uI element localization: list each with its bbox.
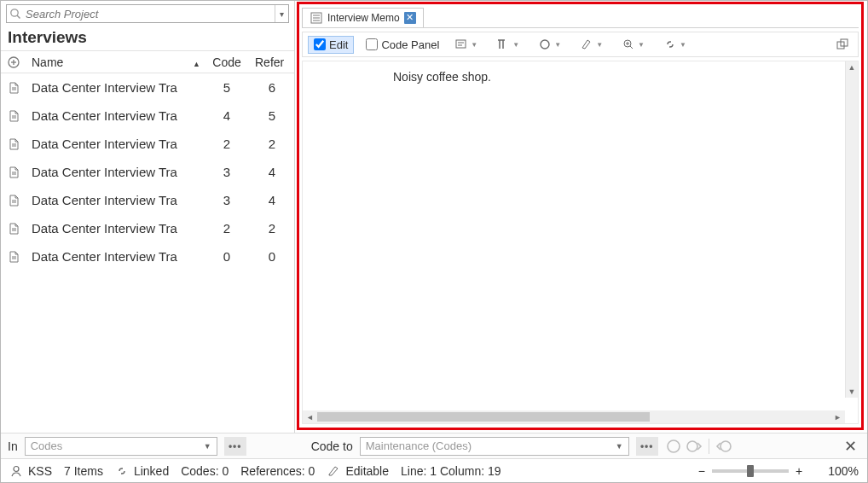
in-label: In bbox=[8, 439, 18, 453]
scroll-up-icon[interactable]: ▲ bbox=[848, 61, 856, 73]
scroll-right-icon[interactable]: ► bbox=[830, 413, 845, 422]
search-project-input[interactable]: ▾ bbox=[6, 4, 289, 23]
right-panel: Interview Memo ✕ Edit Code Panel ▼ ▼ ▼ ▼… bbox=[295, 1, 867, 433]
row-refer: 2 bbox=[250, 137, 294, 151]
paragraph-icon bbox=[496, 38, 510, 51]
table-row[interactable]: Data Center Interview Tra00 bbox=[1, 242, 294, 271]
uncode-icon[interactable] bbox=[714, 438, 732, 455]
codepanel-toggle[interactable]: Code Panel bbox=[366, 38, 439, 51]
left-panel: ▾ Interviews Name▲ Code Refer Data Cente… bbox=[1, 1, 295, 433]
zoom-slider[interactable] bbox=[712, 469, 789, 473]
codeto-select[interactable]: Maintenance (Codes)▼ bbox=[360, 437, 629, 456]
close-tab-icon[interactable]: ✕ bbox=[404, 12, 416, 24]
document-icon bbox=[1, 81, 26, 95]
rows-area: Data Center Interview Tra56Data Center I… bbox=[1, 73, 294, 433]
codes-count: Codes: 0 bbox=[181, 464, 229, 478]
refs-count: References: 0 bbox=[240, 464, 315, 478]
table-row[interactable]: Data Center Interview Tra45 bbox=[1, 102, 294, 130]
zoom-control[interactable]: − + 100% bbox=[698, 464, 859, 478]
document-icon bbox=[1, 250, 26, 264]
editor: Noisy coffee shop. ▲▼ ◄► bbox=[302, 61, 859, 424]
codepanel-checkbox[interactable] bbox=[366, 38, 378, 50]
editor-text: Noisy coffee shop. bbox=[393, 70, 491, 84]
close-bar-icon[interactable]: ✕ bbox=[841, 437, 860, 456]
in-more-button[interactable]: ••• bbox=[224, 437, 246, 456]
editable-indicator: Editable bbox=[327, 464, 389, 478]
coding-mode-icons[interactable] bbox=[665, 438, 732, 455]
scroll-down-icon[interactable]: ▼ bbox=[848, 386, 856, 398]
edit-toggle[interactable]: Edit bbox=[308, 36, 354, 54]
edit-checkbox[interactable] bbox=[314, 38, 326, 50]
add-item-icon[interactable] bbox=[1, 55, 26, 69]
search-dropdown-icon[interactable]: ▾ bbox=[275, 5, 288, 22]
zoom-icon bbox=[622, 38, 635, 51]
document-toolbar: Edit Code Panel ▼ ▼ ▼ ▼ ▼ ▼ bbox=[302, 32, 859, 57]
column-refer[interactable]: Refer bbox=[250, 55, 294, 69]
table-row[interactable]: Data Center Interview Tra22 bbox=[1, 214, 294, 242]
svg-point-39 bbox=[14, 466, 19, 471]
table-row[interactable]: Data Center Interview Tra22 bbox=[1, 130, 294, 158]
zoom-out-icon[interactable]: − bbox=[698, 464, 705, 478]
detach-icon bbox=[836, 38, 849, 51]
user-indicator: KSS bbox=[9, 464, 52, 478]
horizontal-scrollbar[interactable]: ◄► bbox=[303, 410, 845, 423]
annotations-menu[interactable]: ▼ bbox=[451, 35, 481, 54]
row-name: Data Center Interview Tra bbox=[26, 108, 204, 123]
link-icon bbox=[115, 464, 129, 478]
linked-indicator: Linked bbox=[115, 464, 169, 478]
svg-line-1 bbox=[17, 15, 20, 19]
chevron-down-icon: ▼ bbox=[199, 442, 211, 451]
document-icon bbox=[1, 137, 26, 151]
cursor-position: Line: 1 Column: 19 bbox=[401, 464, 501, 478]
svg-point-29 bbox=[541, 40, 549, 49]
tab-interview-memo[interactable]: Interview Memo ✕ bbox=[302, 8, 424, 27]
row-code: 2 bbox=[204, 221, 250, 236]
table-row[interactable]: Data Center Interview Tra34 bbox=[1, 186, 294, 214]
column-code[interactable]: Code bbox=[204, 55, 250, 69]
link-icon bbox=[663, 38, 677, 51]
svg-rect-23 bbox=[456, 40, 466, 48]
zoom-level: 100% bbox=[828, 464, 859, 478]
items-count: 7 Items bbox=[64, 464, 103, 478]
vertical-scrollbar[interactable]: ▲▼ bbox=[845, 61, 858, 398]
row-code: 2 bbox=[204, 137, 250, 151]
row-name: Data Center Interview Tra bbox=[26, 221, 204, 236]
shape-menu[interactable]: ▼ bbox=[535, 35, 564, 54]
pencil-icon bbox=[327, 464, 340, 478]
row-code: 5 bbox=[204, 80, 250, 95]
marker-icon bbox=[580, 38, 593, 51]
row-code: 4 bbox=[204, 108, 250, 123]
search-field[interactable] bbox=[24, 6, 275, 22]
document-icon bbox=[1, 166, 26, 179]
link-menu[interactable]: ▼ bbox=[660, 35, 690, 54]
in-select[interactable]: Codes▼ bbox=[25, 437, 217, 456]
codeto-more-button[interactable]: ••• bbox=[636, 437, 658, 456]
table-row[interactable]: Data Center Interview Tra56 bbox=[1, 73, 294, 102]
table-row[interactable]: Data Center Interview Tra34 bbox=[1, 158, 294, 186]
code-in-icon[interactable] bbox=[686, 438, 704, 455]
row-code: 3 bbox=[204, 165, 250, 179]
paragraph-menu[interactable]: ▼ bbox=[493, 35, 523, 54]
row-code: 3 bbox=[204, 193, 250, 207]
row-name: Data Center Interview Tra bbox=[26, 137, 204, 151]
row-name: Data Center Interview Tra bbox=[26, 249, 204, 264]
tab-label: Interview Memo bbox=[327, 12, 400, 24]
circle-icon bbox=[538, 38, 552, 51]
column-name[interactable]: Name▲ bbox=[26, 55, 204, 69]
zoom-in-icon[interactable]: + bbox=[796, 464, 802, 478]
zoom-menu[interactable]: ▼ bbox=[618, 35, 648, 54]
detach-button[interactable] bbox=[832, 35, 853, 54]
panel-title: Interviews bbox=[1, 26, 294, 51]
svg-point-0 bbox=[11, 9, 18, 16]
codeto-label: Code to bbox=[311, 439, 353, 453]
row-refer: 4 bbox=[250, 193, 294, 207]
code-at-icon[interactable] bbox=[665, 438, 684, 455]
highlight-menu[interactable]: ▼ bbox=[576, 35, 606, 54]
row-code: 0 bbox=[204, 249, 250, 264]
editor-body[interactable]: Noisy coffee shop. ▲▼ bbox=[303, 61, 858, 410]
svg-point-37 bbox=[687, 441, 697, 451]
scroll-left-icon[interactable]: ◄ bbox=[303, 413, 317, 422]
sort-asc-icon: ▲ bbox=[193, 60, 200, 68]
svg-line-31 bbox=[630, 46, 633, 49]
row-name: Data Center Interview Tra bbox=[26, 165, 204, 179]
